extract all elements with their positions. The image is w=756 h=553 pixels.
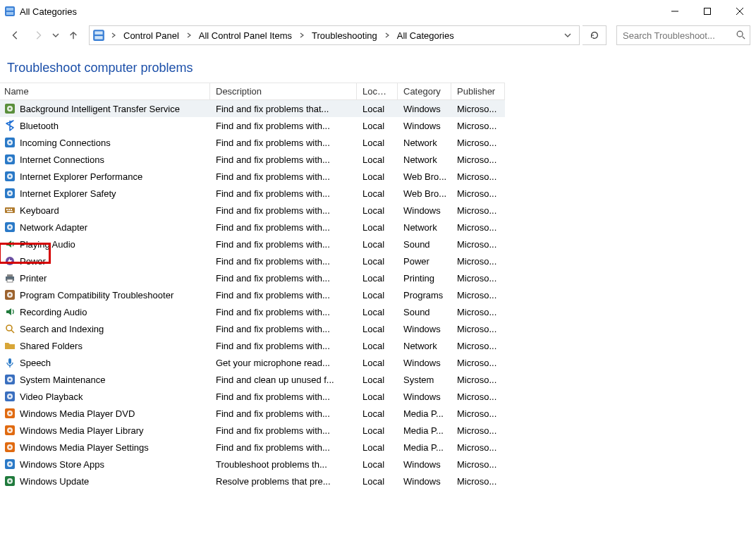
table-cell-description[interactable]: Find and fix problems with... [210,168,357,185]
table-cell-category[interactable]: Windows [398,473,451,490]
table-cell-description[interactable]: Find and fix problems with... [210,117,357,134]
table-cell-publisher[interactable]: Microso... [451,303,505,320]
table-cell-description[interactable]: Find and fix problems with... [210,202,357,219]
table-cell-name[interactable]: Bluetooth [0,117,210,134]
col-publisher[interactable]: Publisher [451,83,505,100]
table-cell-description[interactable]: Find and fix problems with... [210,134,357,151]
table-cell-category[interactable]: Media P... [398,439,451,456]
table-cell-location[interactable]: Local [357,371,398,388]
up-button[interactable] [63,25,83,45]
table-cell-publisher[interactable]: Microso... [451,202,505,219]
table-cell-publisher[interactable]: Microso... [451,286,505,303]
table-cell-name[interactable]: Shared Folders [0,337,210,354]
table-cell-category[interactable]: Windows [398,354,451,371]
table-cell-name[interactable]: Background Intelligent Transfer Service [0,100,210,117]
table-cell-name[interactable]: Windows Media Player DVD [0,405,210,422]
breadcrumb-item[interactable]: Control Panel [122,30,181,41]
table-cell-publisher[interactable]: Microso... [451,439,505,456]
table-cell-name[interactable]: Network Adapter [0,219,210,236]
table-cell-location[interactable]: Local [357,286,398,303]
table-cell-publisher[interactable]: Microso... [451,100,505,117]
table-cell-location[interactable]: Local [357,117,398,134]
table-cell-location[interactable]: Local [357,168,398,185]
chevron-right-icon[interactable] [106,32,121,38]
col-category[interactable]: Category [398,83,451,100]
table-cell-name[interactable]: Windows Media Player Library [0,422,210,439]
table-cell-name[interactable]: Windows Store Apps [0,456,210,473]
table-cell-name[interactable]: Recording Audio [0,303,210,320]
table-cell-publisher[interactable]: Microso... [451,422,505,439]
table-cell-publisher[interactable]: Microso... [451,473,505,490]
table-cell-location[interactable]: Local [357,388,398,405]
table-cell-category[interactable]: Printing [398,269,451,286]
chevron-right-icon[interactable] [182,32,196,38]
search-icon[interactable] [736,30,745,42]
table-cell-publisher[interactable]: Microso... [451,405,505,422]
table-cell-description[interactable]: Troubleshoot problems th... [210,456,357,473]
table-cell-publisher[interactable]: Microso... [451,371,505,388]
table-cell-category[interactable]: Sound [398,236,451,253]
table-cell-description[interactable]: Find and fix problems with... [210,405,357,422]
table-cell-category[interactable]: Sound [398,303,451,320]
col-location[interactable]: Locat... [357,83,398,100]
table-cell-description[interactable]: Find and fix problems with... [210,422,357,439]
table-cell-description[interactable]: Find and fix problems that... [210,100,357,117]
table-cell-location[interactable]: Local [357,236,398,253]
table-cell-name[interactable]: Internet Explorer Safety [0,185,210,202]
table-cell-category[interactable]: Media P... [398,422,451,439]
table-cell-name[interactable]: Speech [0,354,210,371]
table-cell-publisher[interactable]: Microso... [451,117,505,134]
table-cell-name[interactable]: Windows Update [0,473,210,490]
breadcrumb-item[interactable]: Troubleshooting [310,30,379,41]
table-cell-publisher[interactable]: Microso... [451,269,505,286]
address-bar[interactable]: Control Panel All Control Panel Items Tr… [89,25,580,45]
table-cell-description[interactable]: Find and fix problems with... [210,185,357,202]
search-input[interactable] [621,30,745,42]
table-cell-category[interactable]: Windows [398,117,451,134]
table-cell-name[interactable]: Internet Explorer Performance [0,168,210,185]
col-description[interactable]: Description [210,83,357,100]
table-cell-category[interactable]: Web Bro... [398,168,451,185]
forward-button[interactable] [28,25,48,45]
table-cell-publisher[interactable]: Microso... [451,456,505,473]
table-cell-publisher[interactable]: Microso... [451,236,505,253]
back-button[interactable] [6,25,25,45]
table-cell-location[interactable]: Local [357,456,398,473]
table-cell-location[interactable]: Local [357,303,398,320]
table-cell-publisher[interactable]: Microso... [451,337,505,354]
refresh-button[interactable] [583,25,606,45]
table-cell-location[interactable]: Local [357,253,398,269]
table-cell-publisher[interactable]: Microso... [451,151,505,168]
table-cell-location[interactable]: Local [357,473,398,490]
search-box[interactable] [616,25,750,45]
table-cell-category[interactable]: System [398,371,451,388]
table-cell-publisher[interactable]: Microso... [451,354,505,371]
breadcrumb-item[interactable]: All Categories [396,30,456,41]
table-cell-location[interactable]: Local [357,100,398,117]
history-dropdown[interactable] [51,32,61,39]
table-cell-description[interactable]: Find and clean up unused f... [210,371,357,388]
table-cell-location[interactable]: Local [357,134,398,151]
table-cell-description[interactable]: Find and fix problems with... [210,286,357,303]
table-cell-category[interactable]: Windows [398,202,451,219]
table-cell-name[interactable]: Printer [0,269,210,286]
table-cell-description[interactable]: Find and fix problems with... [210,219,357,236]
table-cell-publisher[interactable]: Microso... [451,168,505,185]
table-cell-location[interactable]: Local [357,202,398,219]
table-cell-description[interactable]: Find and fix problems with... [210,303,357,320]
table-cell-name[interactable]: Windows Media Player Settings [0,439,210,456]
table-cell-description[interactable]: Find and fix problems with... [210,439,357,456]
table-cell-location[interactable]: Local [357,337,398,354]
table-cell-description[interactable]: Find and fix problems with... [210,388,357,405]
table-cell-location[interactable]: Local [357,269,398,286]
table-cell-name[interactable]: Program Compatibility Troubleshooter [0,286,210,303]
table-cell-location[interactable]: Local [357,439,398,456]
table-cell-description[interactable]: Find and fix problems with... [210,236,357,253]
table-cell-category[interactable]: Network [398,337,451,354]
table-cell-category[interactable]: Windows [398,320,451,337]
table-cell-description[interactable]: Find and fix problems with... [210,337,357,354]
table-cell-location[interactable]: Local [357,320,398,337]
table-cell-description[interactable]: Find and fix problems with... [210,269,357,286]
minimize-button[interactable] [659,0,691,23]
maximize-button[interactable] [691,0,724,23]
